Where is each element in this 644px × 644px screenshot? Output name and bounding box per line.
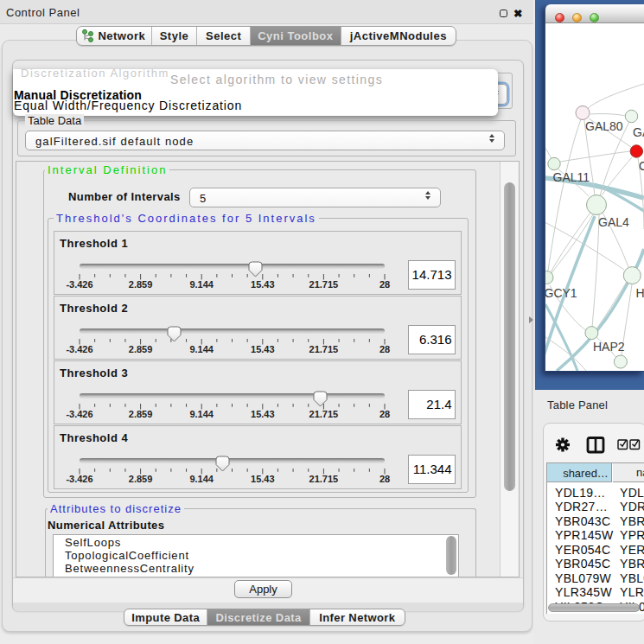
svg-text:GAL4: GAL4 [598,215,629,229]
svg-text:HA: HA [636,286,644,300]
svg-text:GCY1: GCY1 [545,286,577,300]
svg-text:GAL11: GAL11 [553,170,590,184]
svg-text:HAP2: HAP2 [593,340,625,354]
svg-text:CY: CY [639,159,644,173]
svg-text:GA: GA [633,125,644,139]
svg-text:GAL80: GAL80 [585,119,623,133]
